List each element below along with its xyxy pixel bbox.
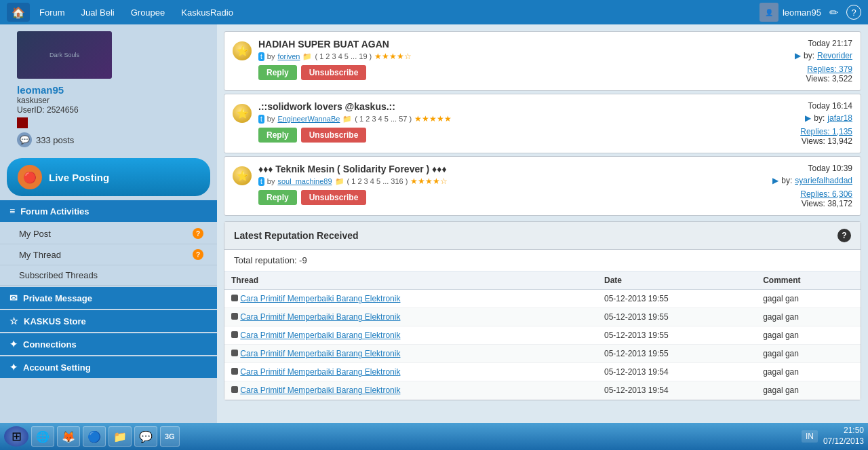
nav-kaskusradio[interactable]: KaskusRadio [174,5,240,20]
thread-replies[interactable]: Replies: 379 [807,64,852,74]
account-setting-label: Account Setting [23,362,91,373]
mypost-label: My Post [19,229,51,239]
sidebar-item-subscribed[interactable]: Subscribed Threads [0,265,217,286]
reputation-help-icon[interactable]: ? [837,229,851,242]
reply-button[interactable]: Reply [258,65,297,80]
nav-groupee[interactable]: Groupee [124,5,172,20]
thread-gold-icon: ⭐ [233,104,252,123]
col-date: Date [597,271,756,290]
start-button[interactable]: ⊞ [4,426,28,447]
account-setting-icon: ✦ [9,362,18,373]
sidebar-section-forum-activities[interactable]: ≡ Forum Activities [0,200,217,222]
home-button[interactable]: 🏠 [7,3,30,22]
thread-views: Views: 3,522 [757,74,852,83]
thread-item: ⭐ HADIAH SUPER BUAT AGAN t by foriven 📁 … [224,31,861,91]
sidebar-section-connections[interactable]: ✦ Connections [0,333,217,355]
nav-jualbeli[interactable]: Jual Beli [75,5,121,20]
list-item [231,294,238,303]
unsubscribe-button[interactable]: Unsubscribe [301,190,367,205]
rep-date: 05-12-2013 19:54 [597,363,756,381]
rep-date: 05-12-2013 19:55 [597,345,756,363]
edit-icon[interactable]: ✏ [827,5,841,20]
sidebar-item-mythread[interactable]: My Thread ? [0,244,217,265]
twitter-icon: t [258,52,264,61]
private-message-icon: ✉ [9,293,18,303]
rep-thread-link[interactable]: Cara Primitif Memperbaiki Barang Elektro… [240,349,400,358]
topnav-username: leoman95 [783,7,821,18]
rep-thread-link[interactable]: Cara Primitif Memperbaiki Barang Elektro… [240,367,400,377]
sidebar-username[interactable]: leoman95 [17,84,64,96]
by-text: by: [814,113,825,123]
play-icon: ▶ [795,51,801,60]
rep-thread-link[interactable]: Cara Primitif Memperbaiki Barang Elektro… [240,294,400,303]
rep-date: 05-12-2013 19:55 [597,308,756,326]
thread-last-by-name[interactable]: syariefalhaddad [795,176,852,185]
table-row: Cara Primitif Memperbaiki Barang Elektro… [224,308,861,326]
subscribed-label: Subscribed Threads [19,270,98,280]
taskbar-clock: 21:50 07/12/2013 [823,426,864,447]
list-item [231,386,238,395]
list-item [231,331,238,340]
live-posting-button[interactable]: 🔴 Live Posting [7,158,210,196]
help-icon[interactable]: ? [846,5,861,20]
taskbar-lang: IN [802,430,818,443]
thread-time: Today 16:14 [757,101,852,111]
by-label: by [267,52,275,60]
thread-item: ⭐ .::solidwork lovers @kaskus.:: t by En… [224,94,861,153]
rep-comment: gagal gan [756,308,861,326]
sidebar-section-kaskus-store[interactable]: ☆ KASKUS Store [0,310,217,332]
taskbar-files[interactable]: 📁 [108,426,132,447]
thread-title: HADIAH SUPER BUAT AGAN [258,39,751,50]
connections-label: Connections [23,339,77,350]
thread-pages: ( 1 2 3 4 5 ... 19 ) [315,52,372,60]
rep-thread-link[interactable]: Cara Primitif Memperbaiki Barang Elektro… [240,331,400,340]
twitter-icon: t [258,177,264,186]
thread-author[interactable]: foriven [277,52,300,60]
thread-last-by-name[interactable]: Revorider [817,51,852,60]
sidebar-role: kaskuser [17,96,50,105]
twitter-icon: t [258,115,264,124]
sidebar-item-mypost[interactable]: My Post ? [0,223,217,244]
nav-forum[interactable]: Forum [33,5,72,20]
sidebar-section-private-message[interactable]: ✉ Private Message [0,287,217,309]
reputation-title: Latest Reputation Received [234,230,359,241]
taskbar-3g[interactable]: 3G [160,426,180,447]
thread-title: .::solidwork lovers @kaskus.:: [258,101,751,112]
taskbar-ie[interactable]: 🌐 [31,426,54,447]
reply-button[interactable]: Reply [258,190,297,205]
list-item [231,312,238,322]
reputation-section: Latest Reputation Received ? Total reput… [224,221,861,400]
table-row: Cara Primitif Memperbaiki Barang Elektro… [224,381,861,400]
kaskus-store-icon: ☆ [9,316,18,326]
thread-replies[interactable]: Replies: 1,135 [800,127,852,136]
thread-author[interactable]: EngineerWannaBe [277,115,340,123]
rep-comment: gagal gan [756,381,861,400]
thread-pages: ( 1 2 3 4 5 ... 316 ) [347,177,408,185]
posts-icon: 💬 [17,132,32,147]
col-comment: Comment [756,271,861,290]
rep-thread-link[interactable]: Cara Primitif Memperbaiki Barang Elektro… [240,312,400,322]
list-item [231,367,238,377]
taskbar-chrome[interactable]: 🔵 [83,426,106,447]
thread-last-by-name[interactable]: jafar18 [827,113,852,123]
reply-button[interactable]: Reply [258,128,297,143]
rep-comment: gagal gan [756,326,861,345]
table-row: Cara Primitif Memperbaiki Barang Elektro… [224,326,861,345]
sidebar-section-account-setting[interactable]: ✦ Account Setting [0,356,217,378]
live-posting-icon: 🔴 [18,165,42,189]
topnav: 🏠 Forum Jual Beli Groupee KaskusRadio 👤 … [0,0,868,24]
thread-author[interactable]: soul_machine89 [277,177,332,185]
col-thread: Thread [224,271,597,290]
taskbar-line[interactable]: 💬 [134,426,157,447]
mypost-badge: ? [193,228,203,239]
rep-thread-link[interactable]: Cara Primitif Memperbaiki Barang Elektro… [240,386,400,395]
main-content: ⭐ HADIAH SUPER BUAT AGAN t by foriven 📁 … [217,24,868,450]
taskbar-firefox[interactable]: 🦊 [57,426,80,447]
unsubscribe-button[interactable]: Unsubscribe [301,65,367,80]
thread-replies[interactable]: Replies: 6,306 [800,189,852,199]
mythread-badge: ? [193,249,203,260]
sidebar-rank-icon [17,117,28,128]
folder-icon: 📁 [302,52,312,61]
live-posting-label: Live Posting [49,172,109,183]
unsubscribe-button[interactable]: Unsubscribe [301,128,367,143]
